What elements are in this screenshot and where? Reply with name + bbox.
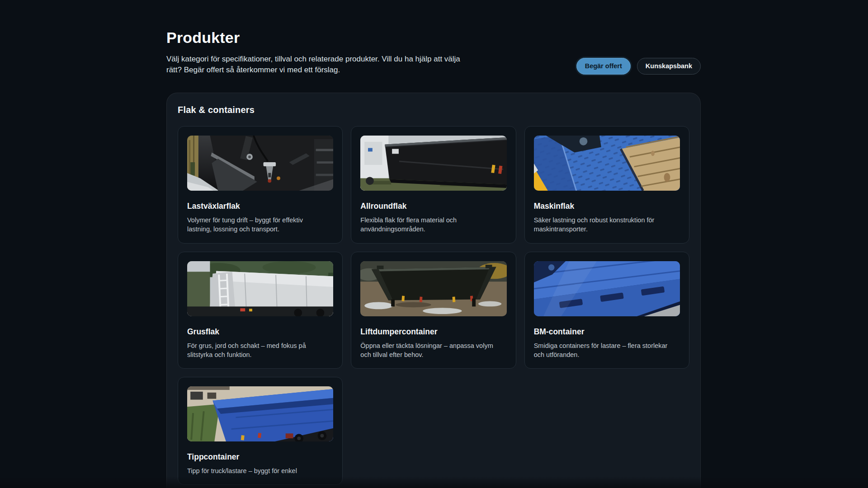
product-card-maskinflak[interactable]: Maskinflak Säker lastning och robust kon… (524, 126, 689, 244)
category-panel-heading: Flak & containers (178, 105, 689, 115)
product-image-grusflak (187, 261, 333, 316)
product-card-title: Allroundflak (360, 202, 506, 211)
product-card-description: Tipp för truck/lastare – byggt för enkel (187, 466, 323, 475)
product-card-lastvaxlarflak[interactable]: Lastväxlarflak Volymer för tung drift – … (178, 126, 343, 244)
product-card-description: För grus, jord och schakt – med fokus på… (187, 341, 323, 360)
product-card-description: Volymer för tung drift – byggt för effek… (187, 216, 323, 234)
header-actions: Begär offert Kunskapsbank (576, 58, 701, 75)
page-subtitle: Välj kategori för specifikationer, tillv… (166, 54, 470, 75)
main-content: Produkter Välj kategori för specifikatio… (166, 29, 701, 488)
product-card-bm-container[interactable]: BM-container Smidiga containers för last… (524, 252, 689, 369)
category-panel: Flak & containers (166, 93, 701, 488)
product-card-liftdumpercontainer[interactable]: Liftdumpercontainer Öppna eller täckta l… (351, 252, 516, 369)
knowledge-bank-button[interactable]: Kunskapsbank (637, 58, 701, 75)
product-card-description: Säker lastning och robust konstruktion f… (534, 216, 670, 234)
product-card-title: Lastväxlarflak (187, 202, 333, 211)
product-image-allroundflak (360, 136, 506, 191)
product-image-liftdumpercontainer (360, 261, 506, 316)
product-card-description: Flexibla flak för flera material och anv… (360, 216, 496, 234)
page-header-text: Produkter Välj kategori för specifikatio… (166, 29, 470, 75)
product-image-maskinflak (534, 136, 680, 191)
page-header: Produkter Välj kategori för specifikatio… (166, 29, 701, 75)
product-image-lastvaxlarflak (187, 136, 333, 191)
product-card-grusflak[interactable]: Grusflak För grus, jord och schakt – med… (178, 252, 343, 369)
request-quote-button[interactable]: Begär offert (576, 58, 631, 75)
product-image-bm-container (534, 261, 680, 316)
product-card-description: Öppna eller täckta lösningar – anpassa v… (360, 341, 496, 360)
product-card-title: BM-container (534, 327, 680, 337)
product-card-description: Smidiga containers för lastare – flera s… (534, 341, 670, 360)
product-card-title: Maskinflak (534, 202, 680, 211)
page-title: Produkter (166, 29, 470, 47)
product-card-tippcontainer[interactable]: Tippcontainer Tipp för truck/lastare – b… (178, 377, 343, 485)
product-image-tippcontainer (187, 386, 333, 441)
product-cards-grid: Lastväxlarflak Volymer för tung drift – … (178, 126, 689, 485)
product-card-allroundflak[interactable]: Allroundflak Flexibla flak för flera mat… (351, 126, 516, 244)
product-card-title: Tippcontainer (187, 452, 333, 462)
product-card-title: Grusflak (187, 327, 333, 337)
product-card-title: Liftdumpercontainer (360, 327, 506, 337)
